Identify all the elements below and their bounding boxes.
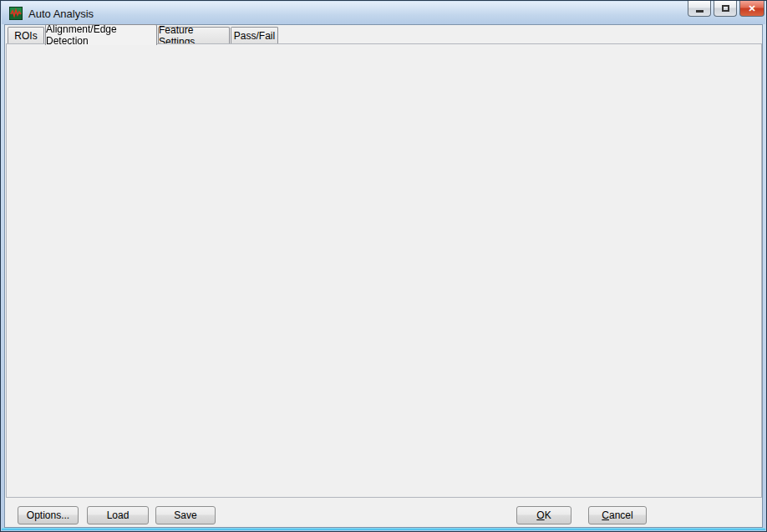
save-label: Save bbox=[174, 509, 196, 521]
options-button[interactable]: Options... bbox=[18, 506, 79, 524]
tab-label: Pass/Fail bbox=[234, 30, 275, 42]
tab-rois[interactable]: ROIs bbox=[8, 27, 44, 44]
auto-analysis-window: Auto Analysis ✕ ROIs Alignment/Edge Dete… bbox=[0, 0, 767, 532]
cancel-label: C bbox=[602, 509, 609, 521]
close-button[interactable]: ✕ bbox=[739, 1, 764, 17]
minimize-button[interactable] bbox=[688, 1, 711, 17]
tab-alignment-edge-detection[interactable]: Alignment/Edge Detection bbox=[45, 24, 157, 45]
maximize-icon bbox=[722, 5, 729, 12]
ok-label: O bbox=[536, 509, 544, 521]
window-titlebar[interactable]: Auto Analysis bbox=[2, 2, 765, 24]
save-button[interactable]: Save bbox=[155, 506, 216, 524]
load-button[interactable]: Load bbox=[87, 506, 149, 524]
tab-pass-fail[interactable]: Pass/Fail bbox=[231, 27, 278, 44]
cancel-button[interactable]: Cancel bbox=[588, 506, 647, 524]
load-label: Load bbox=[107, 509, 130, 521]
window-title: Auto Analysis bbox=[28, 8, 94, 20]
tab-page bbox=[6, 43, 762, 498]
tab-label: ROIs bbox=[14, 30, 37, 42]
maximize-button[interactable] bbox=[714, 1, 737, 17]
close-icon: ✕ bbox=[748, 3, 755, 14]
options-label: Options... bbox=[27, 509, 69, 521]
tab-label: Alignment/Edge Detection bbox=[46, 23, 156, 47]
tab-feature-settings[interactable]: Feature Settings bbox=[158, 27, 230, 44]
ok-button[interactable]: OK bbox=[516, 506, 571, 524]
app-icon bbox=[9, 7, 23, 20]
minimize-icon bbox=[696, 10, 704, 13]
